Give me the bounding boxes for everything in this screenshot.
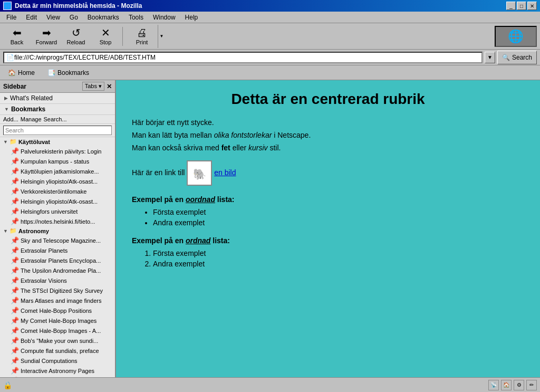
forward-button[interactable]: ➡ Forward (33, 25, 60, 48)
url-input-container: 📄 (3, 52, 483, 63)
bookmark-actions: Add... Manage Search... (0, 115, 115, 124)
list-item[interactable]: 📌 Mars Atlases and image finders (7, 295, 115, 305)
sidebar-search-input[interactable] (3, 126, 112, 135)
minimize-button[interactable]: _ (506, 2, 516, 10)
menu-help[interactable]: Help (181, 13, 202, 22)
security-icon: 🔒 (3, 381, 12, 389)
sidebar-title: Sidebar (3, 83, 26, 90)
sidebar: Sidebar Tabs ▾ ✕ ▶ What's Related ▼ Book… (0, 80, 116, 377)
close-button[interactable]: ✕ (527, 2, 537, 10)
list-item[interactable]: 📌 99 Aug. 11 Solar Eclipse (Tu... (7, 376, 115, 377)
tree-group-kayttoluvat[interactable]: ▼ 📁 Käyttöluvat (0, 137, 115, 146)
list-item[interactable]: 📌 Bob's "Make your own sundi... (7, 336, 115, 346)
search-button[interactable]: 🔍 Search (497, 51, 537, 64)
list-item[interactable]: 📌 Palvelurekisterin päivitys: Login (7, 146, 115, 156)
ordered-list: Första exemplet Andra exemplet (153, 249, 524, 268)
sidebar-search-container (0, 124, 115, 137)
bookmark-icon: 📌 (11, 367, 19, 375)
list-item[interactable]: 📌 The STScI Digitized Sky Survey (7, 285, 115, 295)
item-label: My Comet Hale-Bopp Images (21, 318, 97, 324)
paragraph-1: Här börjar ett nytt stycke. (132, 118, 524, 127)
list-item[interactable]: 📌 https://notes.helsinki.fi/tieto... (7, 216, 115, 226)
sidebar-close-button[interactable]: ✕ (107, 83, 112, 90)
list-item[interactable]: 📌 Comet Hale-Bopp Positions (7, 305, 115, 315)
bookmark-icon: 📌 (11, 286, 19, 294)
list-item[interactable]: 📌 Compute flat sundials, preface (7, 346, 115, 356)
list-item[interactable]: 📌 Extrasolar Planets (7, 245, 115, 255)
item-label: Interactive Astronomy Pages (21, 368, 94, 374)
print-dropdown-button[interactable]: ▼ (158, 25, 165, 48)
tabs-button[interactable]: Tabs ▾ (82, 82, 104, 91)
home-bookmark-button[interactable]: 🏠 Home (3, 68, 40, 78)
list-item[interactable]: 📌 Helsingin yliopisto/Atk-osast... (7, 196, 115, 206)
list-item[interactable]: 📌 Extrasolar Visions (7, 275, 115, 285)
image-link[interactable]: en bild (214, 168, 236, 177)
item-label: Mars Atlases and image finders (21, 298, 101, 304)
stop-button[interactable]: ✕ Stop (92, 25, 119, 48)
page-icon: 📄 (6, 54, 14, 61)
bookmark-icon: 📌 (11, 147, 19, 155)
bookmark-icon: 📌 (11, 246, 19, 254)
tree-group-astronomy[interactable]: ▼ 📁 Astronomy (0, 226, 115, 235)
list-item[interactable]: 📌 Extrasolar Planets Encyclopa... (7, 255, 115, 265)
item-label: Compute flat sundials, preface (21, 348, 99, 354)
menu-window[interactable]: Window (149, 13, 180, 22)
maximize-button[interactable]: □ (517, 2, 526, 10)
ordered-heading-suffix: lista: (210, 236, 230, 245)
item-label: Kumpulan kampus - status (21, 158, 89, 165)
menu-edit[interactable]: Edit (22, 13, 41, 22)
window-controls[interactable]: _ □ ✕ (506, 2, 537, 10)
unordered-heading-suffix: lista: (215, 195, 235, 204)
list-item[interactable]: 📌 Verkkorekisteröintilomake (7, 186, 115, 196)
bookmark-icon: 📌 (11, 347, 19, 355)
list-item[interactable]: 📌 Helsingfors universitet (7, 206, 115, 216)
status-indicator-3: ⚙ (514, 380, 524, 390)
item-label: https://notes.helsinki.fi/tieto... (21, 218, 95, 225)
list-item[interactable]: 📌 The Upsilon Andromedae Pla... (7, 265, 115, 275)
menu-bar: File Edit View Go Bookmarks Tools Window… (0, 12, 540, 23)
forward-label: Forward (36, 39, 57, 45)
item-label: Verkkorekisteröintilomake (21, 188, 86, 195)
menu-tools[interactable]: Tools (124, 13, 148, 22)
list-item[interactable]: 📌 Helsingin yliopisto/Atk-osast... (7, 176, 115, 186)
manage-bookmarks-button[interactable]: Manage (21, 116, 42, 122)
astronomy-items: 📌 Sky and Telescope Magazine... 📌 Extras… (0, 235, 115, 377)
menu-bookmarks[interactable]: Bookmarks (83, 13, 123, 22)
reload-label: Reload (67, 39, 85, 45)
list-item[interactable]: 📌 Interactive Astronomy Pages (7, 366, 115, 376)
list-item-text: Andra exemplet (153, 218, 205, 227)
back-button[interactable]: ⬅ Back (3, 25, 31, 48)
add-bookmark-button[interactable]: Add... (3, 116, 18, 122)
item-label: The Upsilon Andromedae Pla... (21, 267, 101, 274)
throbber: 🌐 (495, 26, 537, 47)
print-button[interactable]: 🖨 Print (126, 25, 158, 48)
list-item[interactable]: 📌 Sky and Telescope Magazine... (7, 235, 115, 245)
reload-button[interactable]: ↺ Reload (62, 25, 90, 48)
item-label: The STScI Digitized Sky Survey (21, 288, 103, 294)
bookmarks-bar-button[interactable]: 📑 Bookmarks (43, 68, 94, 78)
url-input[interactable] (14, 54, 479, 61)
bookmarks-section-header[interactable]: ▼ Bookmarks (0, 104, 115, 115)
reload-icon: ↺ (72, 27, 81, 38)
url-dropdown-button[interactable]: ▼ (485, 52, 495, 63)
menu-go[interactable]: Go (65, 13, 82, 22)
item-label: Bob's "Make your own sundi... (21, 338, 98, 344)
list-item[interactable]: 📌 Comet Hale-Bopp Images - A... (7, 326, 115, 336)
paragraph-3-bold: fet (221, 144, 230, 152)
kayttoluvat-items: 📌 Palvelurekisterin päivitys: Login 📌 Ku… (0, 146, 115, 226)
list-item[interactable]: 📌 Kumpulan kampus - status (7, 156, 115, 166)
bookmark-icon: 📌 (11, 377, 19, 377)
list-item[interactable]: 📌 Käyttölupien jatkamislomake... (7, 166, 115, 176)
whats-related-section[interactable]: ▶ What's Related (0, 93, 115, 104)
list-item: Andra exemplet (153, 260, 524, 268)
menu-file[interactable]: File (2, 13, 21, 22)
print-icon: 🖨 (137, 27, 147, 38)
image-thumbnail: 🐘 (187, 160, 212, 186)
list-item[interactable]: 📌 Sundial Computations (7, 356, 115, 366)
content-area: Detta är en centrerad rubrik Här börjar … (116, 80, 540, 377)
search-bookmarks-button[interactable]: Search... (44, 116, 67, 122)
list-item[interactable]: 📌 My Comet Hale-Bopp Images (7, 315, 115, 326)
menu-view[interactable]: View (42, 13, 64, 22)
bookmark-icon: 📌 (11, 357, 19, 365)
unordered-list: Första exemplet Andra exemplet (153, 208, 524, 227)
